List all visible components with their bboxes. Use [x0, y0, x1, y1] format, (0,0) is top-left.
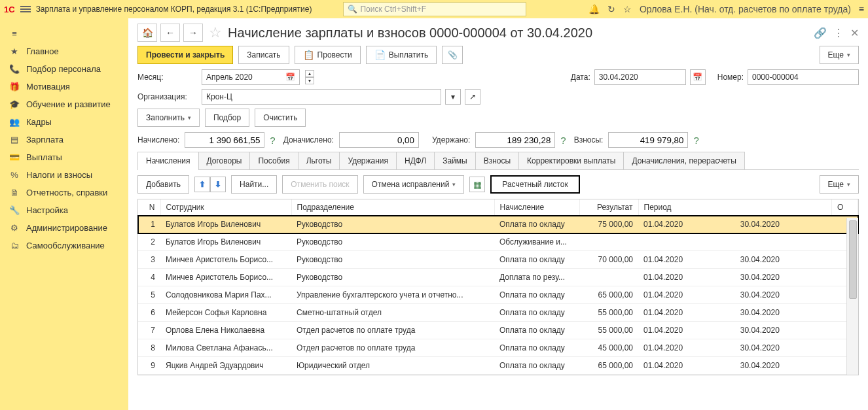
post-button[interactable]: 📋Провести — [295, 46, 361, 64]
col-department[interactable]: Подразделение — [291, 199, 494, 216]
scroll-thumb[interactable] — [849, 220, 857, 299]
user-label[interactable]: Орлова Е.Н. (Нач. отд. расчетов по оплат… — [640, 4, 851, 14]
attach-button[interactable]: 📎 — [442, 46, 463, 64]
sidebar-item-payments[interactable]: 💳Выплаты — [0, 148, 128, 166]
find-button[interactable]: Найти... — [231, 175, 277, 194]
org-dropdown-button[interactable]: ▾ — [445, 89, 461, 105]
close-icon[interactable]: ✕ — [850, 27, 859, 39]
table-row[interactable]: 7Орлова Елена НиколаевнаОтдел расчетов п… — [138, 322, 858, 339]
back-button[interactable]: ← — [160, 24, 180, 42]
tab-recalc[interactable]: Доначисления, перерасчеты — [623, 152, 744, 169]
forward-button[interactable]: → — [183, 24, 203, 42]
withheld-input[interactable] — [475, 132, 555, 148]
pay-button[interactable]: 📄Выплатить — [366, 46, 437, 64]
sidebar-label: Кадры — [26, 117, 52, 127]
accrued-input[interactable] — [185, 132, 264, 148]
table-row[interactable]: 6Мейерсон Софья КарловнаСметно-штатный о… — [138, 304, 858, 322]
col-employee[interactable]: Сотрудник — [160, 199, 291, 216]
move-down-button[interactable]: ⬇ — [210, 177, 226, 192]
number-input[interactable]: 0000-000004 — [748, 69, 859, 85]
help-icon[interactable]: ? — [693, 135, 698, 146]
page-title: Начисление зарплаты и взносов 0000-00000… — [228, 26, 592, 41]
table-row[interactable]: 3Минчев Аристотель Борисо...РуководствоО… — [138, 251, 858, 269]
tab-label: Начисления — [146, 156, 190, 165]
table-more-button[interactable]: Еще — [820, 175, 859, 194]
gear-icon: ⚙ — [9, 223, 20, 233]
post-close-button[interactable]: Провести и закрыть — [137, 46, 233, 64]
sidebar-item-motivation[interactable]: 🎁Мотивация — [0, 78, 128, 95]
table-row[interactable]: 9Яцкив Андрей ЭдуардовичЮридический отде… — [138, 357, 858, 375]
fill-button[interactable]: Заполнить — [137, 109, 200, 127]
favorite-icon[interactable]: ☆ — [209, 24, 222, 41]
home-button[interactable]: 🏠 — [137, 24, 157, 42]
sidebar-toggle[interactable]: ≡ — [0, 25, 128, 43]
btn-label: Добавить — [146, 180, 181, 189]
sidebar-item-salary[interactable]: ▤Зарплата — [0, 131, 128, 148]
clear-button[interactable]: Очистить — [255, 109, 306, 127]
table-row[interactable]: 4Минчев Аристотель Борисо...РуководствоД… — [138, 269, 858, 286]
sidebar-item-hr[interactable]: 👥Кадры — [0, 113, 128, 131]
sidebar-label: Мотивация — [26, 82, 70, 92]
org-select[interactable]: Крон-Ц — [202, 89, 441, 105]
doc-header: 🏠 ← → ☆ Начисление зарплаты и взносов 00… — [137, 24, 859, 42]
panel-icon[interactable]: ≡ — [859, 4, 864, 14]
tab-deductions[interactable]: Удержания — [339, 152, 397, 169]
tab-benefits[interactable]: Пособия — [249, 152, 298, 169]
move-up-button[interactable]: ⬆ — [194, 177, 210, 192]
tab-corrections[interactable]: Корректировки выплаты — [518, 152, 624, 169]
contrib-input[interactable] — [608, 132, 688, 148]
col-result[interactable]: Результат — [579, 199, 638, 216]
extra-input[interactable] — [339, 132, 419, 148]
col-n[interactable]: N — [138, 199, 160, 216]
tab-contracts[interactable]: Договоры — [198, 152, 251, 169]
tab-loans[interactable]: Займы — [434, 152, 476, 169]
table-row[interactable]: 8Милова Светлана Афанась...Отдел расчето… — [138, 339, 858, 357]
sidebar-item-settings[interactable]: 🔧Настройка — [0, 201, 128, 219]
date-picker-button[interactable]: 📅 — [690, 69, 706, 85]
sidebar-label: Отчетность, справки — [26, 188, 107, 197]
tab-contrib[interactable]: Взносы — [475, 152, 519, 169]
calendar-icon[interactable]: 📅 — [285, 73, 295, 82]
table-row[interactable]: 5Солодовникова Мария Пах...Управление бу… — [138, 286, 858, 304]
link-icon[interactable]: 🔗 — [814, 27, 827, 39]
tab-accruals[interactable]: Начисления — [137, 152, 199, 169]
table-row[interactable]: 2Булатов Игорь ВиленовичРуководствоОбслу… — [138, 233, 858, 251]
table-scrollbar[interactable] — [846, 218, 858, 375]
global-search-input[interactable]: 🔍 Поиск Ctrl+Shift+F — [343, 2, 526, 16]
col-o[interactable]: О — [832, 199, 858, 216]
sidebar-item-taxes[interactable]: %Налоги и взносы — [0, 166, 128, 184]
tab-ndfl[interactable]: НДФЛ — [396, 152, 435, 169]
sidebar-item-self[interactable]: 🗂Самообслуживание — [0, 237, 128, 254]
show-all-button[interactable]: ▦ — [469, 177, 485, 192]
sidebar-item-recruit[interactable]: 📞Подбор персонала — [0, 60, 128, 78]
month-input[interactable]: Апрель 2020📅 — [202, 69, 300, 85]
date-input[interactable]: 30.04.2020 — [594, 69, 686, 85]
more-icon[interactable]: ⋮ — [833, 27, 844, 39]
sidebar-item-training[interactable]: 🎓Обучение и развитие — [0, 95, 128, 113]
help-icon[interactable]: ? — [270, 135, 275, 146]
bell-icon[interactable]: 🔔 — [588, 4, 600, 14]
more-button[interactable]: Еще — [820, 46, 859, 64]
help-icon[interactable]: ? — [560, 135, 566, 146]
sidebar-item-admin[interactable]: ⚙Администрирование — [0, 219, 128, 237]
sidebar-item-main[interactable]: ★Главное — [0, 43, 128, 60]
cancel-fix-button[interactable]: Отмена исправлений — [363, 175, 465, 194]
payslip-button[interactable]: Расчетный листок — [490, 175, 579, 194]
org-open-button[interactable]: ↗ — [465, 89, 480, 105]
col-accrual[interactable]: Начисление — [494, 199, 579, 216]
history-icon[interactable]: ↻ — [607, 4, 615, 14]
sidebar-label: Выплаты — [26, 152, 62, 162]
col-period[interactable]: Период — [638, 199, 832, 216]
month-label: Месяц: — [137, 73, 198, 82]
add-button[interactable]: Добавить — [137, 175, 189, 194]
month-spinner[interactable]: ▴▾ — [305, 70, 314, 84]
sidebar-item-reports[interactable]: 🗎Отчетность, справки — [0, 184, 128, 201]
input-value: Апрель 2020 — [206, 73, 253, 82]
pick-button[interactable]: Подбор — [205, 109, 249, 127]
menu-icon[interactable] — [20, 5, 31, 14]
star-icon[interactable]: ☆ — [623, 4, 632, 14]
sidebar-label: Настройка — [26, 205, 68, 215]
tab-privileges[interactable]: Льготы — [298, 152, 340, 169]
table-row[interactable]: 1Булатов Игорь ВиленовичРуководствоОплат… — [138, 216, 858, 233]
save-button[interactable]: Записать — [238, 46, 289, 64]
